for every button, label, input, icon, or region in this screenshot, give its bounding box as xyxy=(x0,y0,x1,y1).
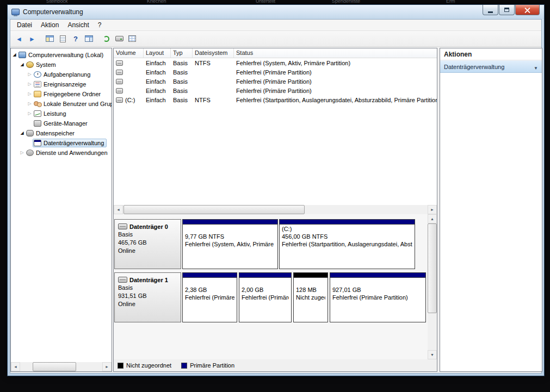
partition-label: (C:) xyxy=(282,226,412,233)
action-item-datentraegerverwaltung[interactable]: Datenträgerverwaltung xyxy=(440,60,542,73)
partition-size: 2,38 GB xyxy=(185,287,234,294)
scrollbar-thumb[interactable] xyxy=(123,205,305,214)
column-header-typ[interactable]: Typ xyxy=(171,48,193,58)
column-header-layout[interactable]: Layout xyxy=(144,48,171,58)
partition[interactable]: 9,77 GB NTFS Fehlerfrei (System, Aktiv, … xyxy=(182,219,278,269)
tree-item-label: Datenträgerverwaltung xyxy=(44,140,104,146)
partition-status: Fehlerfrei (Startpartition, Auslagerungs… xyxy=(282,241,412,248)
tree-item-freigegebene-ordner[interactable]: Freigegebene Ordner xyxy=(11,89,112,99)
scroll-right-button[interactable] xyxy=(428,205,437,214)
app-icon xyxy=(11,9,20,15)
legend: Nicht zugeordnet Primäre Partition xyxy=(114,359,437,371)
scroll-down-button[interactable] xyxy=(428,350,437,359)
column-header-volume[interactable]: Volume xyxy=(114,48,144,58)
volume-row[interactable]: Einfach Basis NTFS Fehlerfrei (System, A… xyxy=(114,58,437,67)
horizontal-scrollbar[interactable] xyxy=(114,205,437,214)
volume-row-c[interactable]: (C:) Einfach Basis NTFS Fehlerfrei (Star… xyxy=(114,95,437,104)
disk-icon xyxy=(118,277,127,283)
tree-item-label: Aufgabenplanung xyxy=(44,71,90,78)
expander-icon[interactable] xyxy=(19,128,25,138)
back-icon xyxy=(16,34,22,43)
partition[interactable]: 2,38 GB Fehlerfrei (Primäre Partition) xyxy=(182,272,237,322)
disk-size: 465,76 GB xyxy=(118,239,177,247)
maximize-button[interactable] xyxy=(499,5,515,15)
expander-icon[interactable] xyxy=(27,79,33,89)
menu-ansicht[interactable]: Ansicht xyxy=(63,20,93,30)
disk-icon xyxy=(118,223,127,229)
disk-header[interactable]: Datenträger 0 Basis 465,76 GB Online xyxy=(114,219,181,269)
disk-block-1: Datenträger 1 Basis 931,51 GB Online 2,3… xyxy=(114,272,429,322)
tree-item-system[interactable]: System xyxy=(11,60,112,70)
volume-layout: Einfach xyxy=(144,78,171,85)
expander-icon[interactable] xyxy=(27,109,33,119)
scrollbar-thumb[interactable] xyxy=(428,223,437,313)
column-header-dateisystem[interactable]: Dateisystem xyxy=(193,48,234,58)
partition-size: 128 MB xyxy=(296,287,325,294)
tree-item-ereignisanzeige[interactable]: Ereignisanzeige xyxy=(11,79,112,89)
partition[interactable]: 927,01 GB Fehlerfrei (Primäre Partition) xyxy=(330,272,426,322)
expander-icon[interactable] xyxy=(27,89,33,99)
show-console-tree-button[interactable] xyxy=(43,33,56,45)
view-options-button[interactable] xyxy=(126,33,139,45)
tree-item-leistung[interactable]: Leistung xyxy=(11,109,112,119)
expander-icon[interactable] xyxy=(19,148,25,158)
storage-icon xyxy=(26,130,34,136)
scrollbar-thumb[interactable] xyxy=(33,362,76,371)
legend-swatch-primary xyxy=(181,363,187,369)
tree-item-dienste-anwendungen[interactable]: Dienste und Anwendungen xyxy=(11,148,112,158)
menu-bar: Datei Aktion Ansicht ? xyxy=(10,20,541,31)
disk-management-view: Volume Layout Typ Dateisystem Status Ein… xyxy=(113,48,437,372)
console-tree-icon xyxy=(46,35,54,42)
scroll-left-button[interactable] xyxy=(114,205,123,214)
volume-dateisystem: NTFS xyxy=(193,97,234,103)
menu-datei[interactable]: Datei xyxy=(13,20,36,30)
refresh-button[interactable] xyxy=(100,33,113,45)
tree-horizontal-scrollbar[interactable] xyxy=(11,362,112,371)
expander-icon[interactable] xyxy=(19,60,25,70)
toolbar-separator xyxy=(95,39,100,39)
tree-item-aufgabenplanung[interactable]: Aufgabenplanung xyxy=(11,70,112,79)
scroll-up-button[interactable] xyxy=(428,214,437,223)
volume-row[interactable]: Einfach Basis Fehlerfrei (Primäre Partit… xyxy=(114,67,437,77)
vertical-scrollbar[interactable] xyxy=(428,214,437,359)
desktop-icon-label: Steinbock xyxy=(46,0,68,4)
desktop-icon-label: Erm xyxy=(446,0,455,4)
forward-button[interactable] xyxy=(26,33,39,45)
action-item-label: Datenträgerverwaltung xyxy=(444,64,534,70)
close-button[interactable] xyxy=(515,5,540,15)
minimize-button[interactable] xyxy=(483,5,498,15)
menu-aktion[interactable]: Aktion xyxy=(36,20,63,30)
services-icon xyxy=(26,150,34,156)
scroll-right-button[interactable] xyxy=(102,362,112,371)
tree-item-datenspeicher[interactable]: Datenspeicher xyxy=(11,128,112,138)
disk-status: Online xyxy=(118,247,177,255)
show-action-pane-button[interactable] xyxy=(82,33,95,45)
system-icon xyxy=(26,61,34,68)
scroll-left-button[interactable] xyxy=(11,362,20,371)
tree-item-datentraegerverwaltung[interactable]: Datenträgerverwaltung xyxy=(11,138,112,148)
tree-item-label: Ereignisanzeige xyxy=(44,81,86,88)
unallocated-space[interactable]: 128 MB Nicht zugeordnet xyxy=(293,272,328,322)
expander-icon[interactable] xyxy=(27,99,33,109)
chevron-down-icon[interactable] xyxy=(534,62,538,72)
desktop-icon-label: Spendenliste xyxy=(332,0,360,4)
back-button[interactable] xyxy=(13,33,26,45)
disk-header[interactable]: Datenträger 1 Basis 931,51 GB Online xyxy=(114,272,181,322)
column-header-status[interactable]: Status xyxy=(234,48,437,58)
help-icon xyxy=(73,34,78,43)
help-button[interactable] xyxy=(69,33,82,45)
volume-row[interactable]: Einfach Basis Fehlerfrei (Primäre Partit… xyxy=(114,77,437,86)
titlebar[interactable]: Computerverwaltung xyxy=(8,5,544,19)
expander-icon[interactable] xyxy=(27,70,33,79)
view-options-icon xyxy=(128,35,136,42)
tree-item-computerverwaltung[interactable]: Computerverwaltung (Lokal) xyxy=(11,50,112,60)
tree-item-geraete-manager[interactable]: Geräte-Manager xyxy=(11,119,112,128)
tree-item-lokale-benutzer[interactable]: Lokale Benutzer und Gruppen xyxy=(11,99,112,109)
partition-c[interactable]: (C:) 456,00 GB NTFS Fehlerfrei (Startpar… xyxy=(279,219,415,269)
volume-row[interactable]: Einfach Basis Fehlerfrei (Primäre Partit… xyxy=(114,86,437,95)
menu-hilfe[interactable]: ? xyxy=(94,20,106,30)
rescan-disks-button[interactable] xyxy=(113,33,126,45)
expander-icon[interactable] xyxy=(11,50,17,60)
export-list-button[interactable] xyxy=(56,33,69,45)
partition[interactable]: 2,00 GB Fehlerfrei (Primäre Partition) xyxy=(239,272,292,322)
